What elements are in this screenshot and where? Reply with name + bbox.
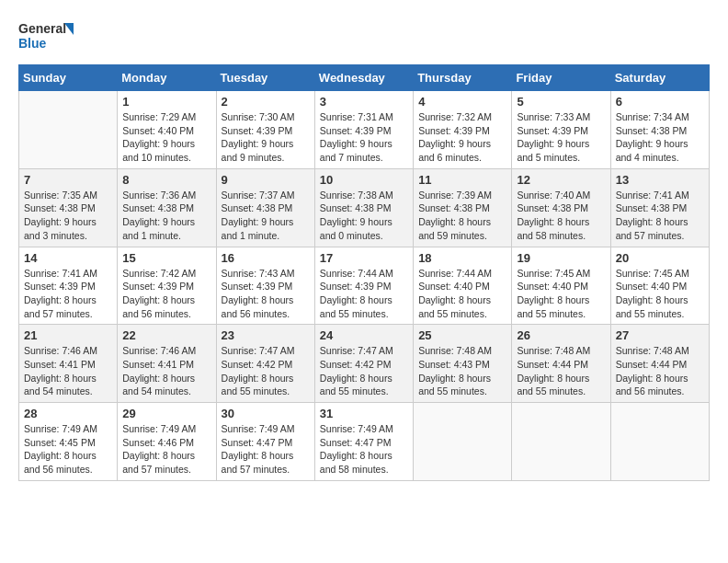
day-info: Sunrise: 7:49 AMSunset: 4:47 PMDaylight:…: [222, 422, 310, 477]
calendar-week-row: 7Sunrise: 7:35 AMSunset: 4:38 PMDaylight…: [19, 168, 710, 247]
day-info: Sunrise: 7:40 AMSunset: 4:38 PMDaylight:…: [517, 189, 605, 243]
weekday-header-wednesday: Wednesday: [314, 65, 413, 91]
day-number: 11: [418, 173, 506, 187]
day-number: 9: [222, 173, 310, 187]
day-number: 21: [24, 328, 112, 342]
day-info: Sunrise: 7:39 AMSunset: 4:38 PMDaylight:…: [418, 189, 506, 243]
day-number: 17: [320, 251, 408, 265]
calendar-cell: 14Sunrise: 7:41 AMSunset: 4:39 PMDayligh…: [19, 247, 118, 325]
day-info: Sunrise: 7:49 AMSunset: 4:47 PMDaylight:…: [320, 422, 408, 477]
day-info: Sunrise: 7:29 AMSunset: 4:40 PMDaylight:…: [122, 110, 210, 165]
calendar-cell: 16Sunrise: 7:43 AMSunset: 4:39 PMDayligh…: [216, 247, 314, 325]
day-info: Sunrise: 7:32 AMSunset: 4:39 PMDaylight:…: [418, 110, 506, 165]
day-number: 13: [616, 173, 704, 187]
calendar-cell: [610, 403, 709, 481]
calendar-cell: 15Sunrise: 7:42 AMSunset: 4:39 PMDayligh…: [118, 247, 216, 325]
day-number: 24: [320, 328, 408, 342]
day-number: 8: [122, 173, 210, 187]
day-info: Sunrise: 7:47 AMSunset: 4:42 PMDaylight:…: [320, 344, 408, 398]
calendar-cell: 9Sunrise: 7:37 AMSunset: 4:38 PMDaylight…: [216, 168, 314, 247]
day-info: Sunrise: 7:43 AMSunset: 4:39 PMDaylight:…: [222, 267, 310, 321]
calendar-week-row: 28Sunrise: 7:49 AMSunset: 4:45 PMDayligh…: [19, 403, 710, 481]
calendar-cell: 29Sunrise: 7:49 AMSunset: 4:46 PMDayligh…: [118, 403, 216, 481]
day-info: Sunrise: 7:33 AMSunset: 4:39 PMDaylight:…: [517, 110, 605, 165]
calendar-cell: 11Sunrise: 7:39 AMSunset: 4:38 PMDayligh…: [414, 168, 512, 247]
calendar-cell: 1Sunrise: 7:29 AMSunset: 4:40 PMDaylight…: [118, 91, 216, 169]
day-info: Sunrise: 7:35 AMSunset: 4:38 PMDaylight:…: [24, 189, 112, 243]
calendar-cell: 12Sunrise: 7:40 AMSunset: 4:38 PMDayligh…: [512, 168, 610, 247]
calendar-cell: 28Sunrise: 7:49 AMSunset: 4:45 PMDayligh…: [19, 403, 118, 481]
day-number: 25: [418, 328, 506, 342]
calendar-cell: [19, 91, 118, 169]
calendar-cell: 21Sunrise: 7:46 AMSunset: 4:41 PMDayligh…: [19, 325, 118, 403]
day-number: 12: [517, 173, 605, 187]
day-number: 18: [418, 251, 506, 265]
day-info: Sunrise: 7:41 AMSunset: 4:39 PMDaylight:…: [24, 267, 112, 321]
day-number: 2: [222, 95, 310, 109]
calendar-cell: 10Sunrise: 7:38 AMSunset: 4:38 PMDayligh…: [314, 168, 413, 247]
calendar-header: SundayMondayTuesdayWednesdayThursdayFrid…: [19, 65, 710, 91]
weekday-header-thursday: Thursday: [414, 65, 512, 91]
svg-text:Blue: Blue: [18, 36, 47, 51]
calendar-cell: 23Sunrise: 7:47 AMSunset: 4:42 PMDayligh…: [216, 325, 314, 403]
day-number: 23: [222, 328, 310, 342]
day-number: 10: [320, 173, 408, 187]
day-info: Sunrise: 7:44 AMSunset: 4:40 PMDaylight:…: [418, 267, 506, 321]
calendar-cell: 18Sunrise: 7:44 AMSunset: 4:40 PMDayligh…: [414, 247, 512, 325]
calendar-cell: [414, 403, 512, 481]
day-info: Sunrise: 7:30 AMSunset: 4:39 PMDaylight:…: [222, 110, 310, 165]
day-number: 29: [122, 407, 210, 420]
day-info: Sunrise: 7:48 AMSunset: 4:44 PMDaylight:…: [517, 344, 605, 398]
calendar-week-row: 21Sunrise: 7:46 AMSunset: 4:41 PMDayligh…: [19, 325, 710, 403]
day-number: 27: [616, 328, 704, 342]
calendar-cell: 13Sunrise: 7:41 AMSunset: 4:38 PMDayligh…: [610, 168, 709, 247]
day-number: 16: [222, 251, 310, 265]
calendar-week-row: 14Sunrise: 7:41 AMSunset: 4:39 PMDayligh…: [19, 247, 710, 325]
day-info: Sunrise: 7:47 AMSunset: 4:42 PMDaylight:…: [222, 344, 310, 398]
day-info: Sunrise: 7:49 AMSunset: 4:46 PMDaylight:…: [122, 422, 210, 477]
day-number: 7: [24, 173, 112, 187]
logo: General Blue: [18, 18, 74, 55]
day-number: 1: [122, 95, 210, 109]
day-info: Sunrise: 7:45 AMSunset: 4:40 PMDaylight:…: [517, 267, 605, 321]
calendar-cell: 2Sunrise: 7:30 AMSunset: 4:39 PMDaylight…: [216, 91, 314, 169]
calendar-cell: [512, 403, 610, 481]
day-number: 30: [222, 407, 310, 420]
calendar-body: 1Sunrise: 7:29 AMSunset: 4:40 PMDaylight…: [19, 91, 710, 481]
day-number: 4: [418, 95, 506, 109]
day-number: 22: [122, 328, 210, 342]
calendar-cell: 26Sunrise: 7:48 AMSunset: 4:44 PMDayligh…: [512, 325, 610, 403]
day-info: Sunrise: 7:48 AMSunset: 4:44 PMDaylight:…: [616, 344, 704, 398]
calendar-week-row: 1Sunrise: 7:29 AMSunset: 4:40 PMDaylight…: [19, 91, 710, 169]
day-info: Sunrise: 7:46 AMSunset: 4:41 PMDaylight:…: [122, 344, 210, 398]
day-number: 15: [122, 251, 210, 265]
calendar-cell: 8Sunrise: 7:36 AMSunset: 4:38 PMDaylight…: [118, 168, 216, 247]
day-info: Sunrise: 7:41 AMSunset: 4:38 PMDaylight:…: [616, 189, 704, 243]
calendar-cell: 3Sunrise: 7:31 AMSunset: 4:39 PMDaylight…: [314, 91, 413, 169]
calendar-cell: 4Sunrise: 7:32 AMSunset: 4:39 PMDaylight…: [414, 91, 512, 169]
calendar-cell: 20Sunrise: 7:45 AMSunset: 4:40 PMDayligh…: [610, 247, 709, 325]
day-info: Sunrise: 7:38 AMSunset: 4:38 PMDaylight:…: [320, 189, 408, 243]
calendar-cell: 7Sunrise: 7:35 AMSunset: 4:38 PMDaylight…: [19, 168, 118, 247]
calendar-cell: 27Sunrise: 7:48 AMSunset: 4:44 PMDayligh…: [610, 325, 709, 403]
day-number: 31: [320, 407, 408, 420]
day-info: Sunrise: 7:49 AMSunset: 4:45 PMDaylight:…: [24, 422, 112, 477]
calendar-cell: 22Sunrise: 7:46 AMSunset: 4:41 PMDayligh…: [118, 325, 216, 403]
calendar-cell: 6Sunrise: 7:34 AMSunset: 4:38 PMDaylight…: [610, 91, 709, 169]
day-number: 20: [616, 251, 704, 265]
calendar-cell: 17Sunrise: 7:44 AMSunset: 4:39 PMDayligh…: [314, 247, 413, 325]
calendar-cell: 24Sunrise: 7:47 AMSunset: 4:42 PMDayligh…: [314, 325, 413, 403]
calendar-cell: 30Sunrise: 7:49 AMSunset: 4:47 PMDayligh…: [216, 403, 314, 481]
day-info: Sunrise: 7:37 AMSunset: 4:38 PMDaylight:…: [222, 189, 310, 243]
day-number: 6: [616, 95, 704, 109]
calendar-cell: 31Sunrise: 7:49 AMSunset: 4:47 PMDayligh…: [314, 403, 413, 481]
day-number: 26: [517, 328, 605, 342]
svg-text:General: General: [18, 21, 66, 36]
day-info: Sunrise: 7:42 AMSunset: 4:39 PMDaylight:…: [122, 267, 210, 321]
weekday-header-tuesday: Tuesday: [216, 65, 314, 91]
day-info: Sunrise: 7:44 AMSunset: 4:39 PMDaylight:…: [320, 267, 408, 321]
day-info: Sunrise: 7:46 AMSunset: 4:41 PMDaylight:…: [24, 344, 112, 398]
day-info: Sunrise: 7:36 AMSunset: 4:38 PMDaylight:…: [122, 189, 210, 243]
weekday-header-row: SundayMondayTuesdayWednesdayThursdayFrid…: [19, 65, 710, 91]
weekday-header-sunday: Sunday: [19, 65, 118, 91]
